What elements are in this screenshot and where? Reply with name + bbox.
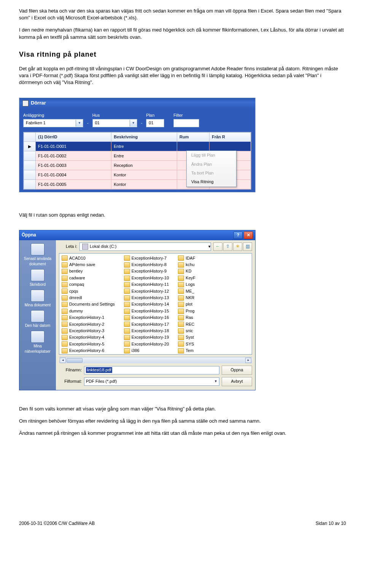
list-item[interactable]: ExceptionHistory-6 bbox=[61, 347, 116, 354]
close-button[interactable]: ✕ bbox=[244, 231, 253, 239]
place-recent[interactable]: Senast använda dokument bbox=[22, 243, 53, 267]
scroll-thumb[interactable] bbox=[67, 358, 83, 363]
lookin-label: Leta i: bbox=[59, 244, 77, 249]
window-title: Dörrar bbox=[31, 100, 46, 106]
list-item[interactable]: dmredl bbox=[61, 295, 116, 301]
list-item[interactable]: Prog bbox=[177, 308, 196, 314]
list-item-label: ACAD10 bbox=[69, 255, 86, 261]
list-item[interactable]: ExceptionHistory-16 bbox=[123, 314, 170, 321]
list-item[interactable]: bentley bbox=[61, 268, 116, 274]
open-button[interactable]: Öppna bbox=[222, 366, 252, 375]
list-item[interactable]: ME_ bbox=[177, 288, 196, 295]
views-button[interactable]: ▥ bbox=[243, 242, 252, 251]
folder-icon bbox=[178, 302, 184, 307]
cell-id: F1-01-01-D004 bbox=[36, 170, 111, 180]
list-item[interactable]: ExceptionHistory-7 bbox=[123, 255, 170, 262]
list-item-label: ExceptionHistory-3 bbox=[69, 328, 104, 334]
computer-icon bbox=[31, 310, 44, 322]
up-button[interactable]: ⇧ bbox=[223, 242, 232, 251]
places-bar: Senast använda dokument Skrivbord Mina d… bbox=[19, 240, 56, 390]
list-item[interactable]: ExceptionHistory-3 bbox=[61, 328, 116, 334]
list-item[interactable]: snic bbox=[177, 328, 196, 334]
list-item[interactable]: compaq bbox=[61, 281, 116, 288]
list-item[interactable]: ExceptionHistory-2 bbox=[61, 321, 116, 328]
list-item[interactable]: NKR bbox=[177, 295, 196, 301]
cancel-button[interactable]: Avbryt bbox=[222, 377, 252, 386]
list-item[interactable]: ExceptionHistory-4 bbox=[61, 334, 116, 341]
list-item[interactable]: ExceptionHistory-1 bbox=[61, 314, 116, 321]
lookin-combo[interactable]: Lokal disk (C:) ▾ bbox=[79, 242, 211, 251]
list-item-label: ExceptionHistory-4 bbox=[69, 334, 104, 340]
list-item[interactable]: Logs bbox=[177, 281, 196, 288]
plan-combo[interactable]: 01 bbox=[146, 119, 164, 127]
list-item[interactable]: ExceptionHistory-10 bbox=[123, 275, 170, 281]
place-desktop[interactable]: Skrivbord bbox=[22, 269, 53, 287]
newfolder-button[interactable]: ✳ bbox=[233, 242, 242, 251]
chevron-down-icon[interactable]: ▼ bbox=[214, 379, 217, 384]
list-item[interactable]: i386 bbox=[123, 347, 170, 354]
list-item[interactable]: ExceptionHistory-8 bbox=[123, 262, 170, 268]
back-button[interactable]: ← bbox=[213, 242, 222, 251]
list-item[interactable]: REC bbox=[177, 321, 196, 328]
filetype-combo[interactable]: PDF Files (*.pdf)▼ bbox=[84, 377, 219, 386]
place-mydocs[interactable]: Mina dokument bbox=[22, 290, 53, 308]
folder-icon bbox=[62, 328, 68, 334]
list-item[interactable]: Documents and Settings bbox=[61, 301, 116, 307]
list-item-label: ExceptionHistory-8 bbox=[132, 262, 167, 268]
chevron-down-icon[interactable]: ▼ bbox=[130, 120, 137, 127]
menu-show-drawing[interactable]: Visa Ritning bbox=[187, 178, 236, 186]
filename-input[interactable]: linktest18.pdf bbox=[84, 366, 219, 374]
list-item[interactable]: ExceptionHistory-9 bbox=[123, 268, 170, 274]
list-item[interactable]: IDAF bbox=[177, 255, 196, 262]
menu-add-plan[interactable]: Lägg till Plan bbox=[187, 151, 236, 160]
chevron-down-icon[interactable]: ▾ bbox=[208, 244, 211, 249]
list-item[interactable]: cpqs bbox=[61, 288, 116, 295]
list-item[interactable]: KeyF bbox=[177, 275, 196, 281]
folder-icon bbox=[62, 322, 68, 327]
hus-value: 01 bbox=[95, 120, 128, 126]
list-item[interactable]: ExceptionHistory-5 bbox=[61, 341, 116, 347]
list-item[interactable]: Tem bbox=[177, 347, 196, 354]
file-list[interactable]: ACAD10APdemo savebentleycadwarecompaqcpq… bbox=[59, 253, 252, 355]
list-item[interactable]: ExceptionHistory-18 bbox=[123, 328, 170, 334]
network-icon bbox=[31, 331, 44, 343]
list-item[interactable]: Syst bbox=[177, 334, 196, 341]
list-item[interactable]: ExceptionHistory-19 bbox=[123, 334, 170, 341]
list-item[interactable]: ExceptionHistory-20 bbox=[123, 341, 170, 347]
list-item[interactable]: ExceptionHistory-13 bbox=[123, 295, 170, 301]
place-mycomputer[interactable]: Den här datorn bbox=[22, 310, 53, 328]
list-item[interactable]: Ras bbox=[177, 314, 196, 321]
hus-combo[interactable]: 01 ▼ bbox=[92, 119, 137, 127]
recent-icon bbox=[31, 243, 44, 255]
list-item[interactable]: ExceptionHistory-17 bbox=[123, 321, 170, 328]
menu-edit-plan[interactable]: Ändra Plan bbox=[187, 160, 236, 169]
list-item[interactable]: ACAD10 bbox=[61, 255, 116, 262]
horizontal-scrollbar[interactable]: ◂ ▸ bbox=[59, 357, 252, 363]
list-item[interactable]: ExceptionHistory-15 bbox=[123, 308, 170, 314]
list-item[interactable]: ExceptionHistory-11 bbox=[123, 281, 170, 288]
col-franr[interactable]: Från R bbox=[209, 132, 251, 141]
list-item[interactable]: ExceptionHistory-14 bbox=[123, 301, 170, 307]
list-item-label: dmredl bbox=[69, 295, 82, 301]
separator-dash: - bbox=[141, 120, 143, 127]
help-button[interactable]: ? bbox=[233, 231, 243, 239]
list-item[interactable]: dummy bbox=[61, 308, 116, 314]
col-beskrivning[interactable]: Beskrivning bbox=[111, 132, 177, 141]
filter-combo[interactable] bbox=[173, 119, 199, 127]
list-item[interactable]: kchu bbox=[177, 262, 196, 268]
col-dorrid[interactable]: (1) DörrID bbox=[36, 132, 111, 141]
table-row[interactable]: ▶ F1-01-01-D001 Entre bbox=[24, 142, 251, 151]
list-item[interactable]: SYS bbox=[177, 341, 196, 347]
place-network[interactable]: Mina nätverksplatser bbox=[22, 331, 53, 354]
chevron-down-icon[interactable]: ▼ bbox=[76, 120, 83, 127]
anlaggning-combo[interactable]: Fabriken 1 ▼ bbox=[23, 119, 83, 127]
list-item[interactable]: plot bbox=[177, 301, 196, 307]
list-item[interactable]: KD bbox=[177, 268, 196, 274]
list-item[interactable]: cadware bbox=[61, 275, 116, 281]
scroll-right-icon[interactable]: ▸ bbox=[245, 358, 251, 363]
list-item[interactable]: APdemo save bbox=[61, 262, 116, 268]
scroll-left-icon[interactable]: ◂ bbox=[60, 358, 66, 363]
col-rum[interactable]: Rum bbox=[177, 132, 209, 141]
list-item[interactable]: ExceptionHistory-12 bbox=[123, 288, 170, 295]
menu-delete-plan[interactable]: Ta bort Plan bbox=[187, 169, 236, 178]
